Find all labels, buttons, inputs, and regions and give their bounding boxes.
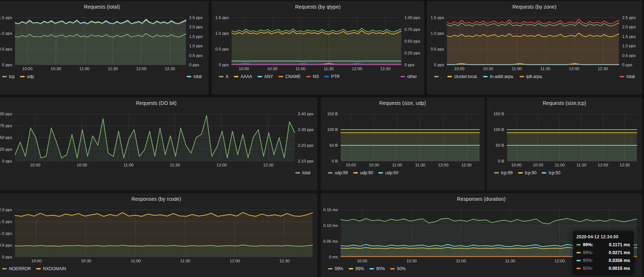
legend-label: udp:99 [335, 170, 348, 175]
legend-item-noerror[interactable]: NOERROR [2, 266, 31, 271]
panel-title[interactable]: Requests (by qtype) [212, 4, 424, 10]
legend-item-cname[interactable]: CNAME [279, 74, 301, 79]
legend-item-a[interactable]: A [219, 74, 228, 79]
y-axis-left-label: 1.5 pps [427, 15, 444, 20]
legend-label: udp [27, 74, 34, 79]
x-axis-label: 11:00 [389, 162, 406, 167]
legend-item-total[interactable]: total [295, 170, 310, 175]
legend-item-total[interactable]: total [187, 74, 202, 79]
legend-item-50-[interactable]: 50% [390, 266, 405, 271]
panel-title[interactable]: Requests (size, udp) [321, 100, 485, 106]
y-axis-left-label: 0.5 pps [0, 243, 12, 248]
legend-item-udp-90[interactable]: udp:90 [353, 170, 373, 175]
x-axis-label: 10:00 [354, 258, 371, 263]
chart-plot[interactable] [507, 114, 637, 161]
legend-label: ip6.arpa. [526, 74, 543, 79]
legend-item-cluster-local-[interactable]: cluster.local. [447, 74, 478, 79]
chart-plot[interactable] [232, 18, 401, 65]
panel-title[interactable]: Requests (size,tcp) [487, 100, 642, 106]
y-axis-left-label: 0.05 ms [321, 239, 338, 244]
x-axis-label: 10:00 [342, 162, 359, 167]
chart-plot[interactable] [15, 18, 186, 65]
chart-plot[interactable] [447, 18, 619, 65]
y-axis-left-label: 2.0 pps [0, 207, 12, 212]
y-axis-right-label: 0.5 pps [189, 53, 203, 58]
legend-item-udp[interactable]: udp [20, 74, 34, 79]
legend-item-tcp-99[interactable]: tcp:99 [494, 170, 513, 175]
y-axis-right-label: 1.5 pps [189, 34, 203, 39]
tooltip-value: 0.0271 ms [609, 250, 630, 255]
legend-item-total[interactable]: total [620, 74, 635, 79]
y-axis-right-label: 1.0 pps [189, 43, 203, 48]
legend: tcpudptotal [2, 74, 202, 79]
panel-requests-total: Requests (total) 1.5 pps1.0 pps0.5 pps0 … [0, 1, 209, 94]
panel-title[interactable]: Requests (total) [0, 4, 209, 10]
x-axis-label: 11:30 [104, 66, 121, 71]
legend-label: A [226, 74, 228, 79]
legend-item-nxdomain[interactable]: NXDOMAIN [36, 266, 66, 271]
legend-item-udp-50[interactable]: udp:50 [378, 170, 398, 175]
legend-swatch [483, 76, 488, 77]
y-axis-left-label: 1.0 pps [427, 31, 444, 36]
chart-plot[interactable] [341, 114, 480, 161]
panel-requests-size-tcp: Requests (size,tcp) 150 B100 B50 B0 B10:… [487, 97, 642, 190]
legend-swatch [378, 172, 383, 174]
legend-item-any[interactable]: ANY [257, 74, 273, 79]
x-axis-label: 10:00 [19, 66, 36, 71]
legend-item--[interactable]: . [434, 74, 442, 79]
x-axis-label: 10:30 [73, 162, 90, 167]
x-axis-label: 12:00 [213, 162, 230, 167]
legend-item-in-addr-arpa-[interactable]: in-addr.arpa. [483, 74, 514, 79]
x-axis-label: 10:30 [47, 66, 64, 71]
legend-item-other[interactable]: other [400, 74, 417, 79]
legend-item-90-[interactable]: 90% [369, 266, 385, 271]
panel-title[interactable]: Responses (by rcode) [0, 196, 318, 202]
legend: NOERRORNXDOMAIN [2, 266, 310, 271]
panel-title[interactable]: Responses (duration) [321, 196, 642, 202]
legend-item-99-[interactable]: 99% [328, 266, 343, 271]
chart-plot[interactable] [15, 114, 295, 161]
y-axis-left-label: 100 B [321, 127, 338, 132]
legend-item-ptr[interactable]: PTR [324, 74, 340, 79]
legend-item-tcp-90[interactable]: tcp:90 [518, 170, 537, 175]
legend-label: tcp:50 [549, 170, 560, 175]
y-axis-left-label: 0 B [487, 159, 504, 164]
legend-item-ns[interactable]: NS [306, 74, 319, 79]
panel-requests-size-udp: Requests (size, udp) 150 B100 B50 B0 B10… [321, 97, 485, 190]
y-axis-left-label: 150 B [321, 111, 338, 116]
legend-item-ip6-arpa-[interactable]: ip6.arpa. [520, 74, 543, 79]
legend-item-99-[interactable]: 99% [349, 266, 364, 271]
y-axis-left-label: 0 pps [0, 254, 12, 259]
legend-item-tcp-50[interactable]: tcp:50 [542, 170, 560, 175]
x-axis-label: 11:00 [551, 162, 568, 167]
y-axis-left-label: 100 B [487, 127, 504, 132]
tooltip-value: 0.0356 ms [609, 258, 630, 263]
legend-swatch [36, 268, 41, 269]
y-axis-right-label: 0 pps [189, 62, 199, 67]
chart-plot[interactable] [15, 210, 313, 257]
x-axis-label: 10:30 [403, 258, 420, 263]
panel-title[interactable]: Requests (DO bit) [0, 100, 318, 106]
legend-label: CNAME [285, 74, 301, 79]
legend-label: 99% [335, 266, 343, 271]
y-axis-right-label: 0 pps [622, 62, 632, 67]
legend-swatch [328, 268, 333, 269]
panel-title[interactable]: Requests (by zone) [427, 4, 642, 10]
legend-swatch [2, 76, 7, 77]
legend-label: tcp [9, 74, 15, 79]
legend-item-tcp[interactable]: tcp [2, 74, 15, 79]
y-axis-right-label: 2.20 pps [298, 143, 314, 148]
tooltip-series-label: 90%: [583, 258, 593, 263]
x-axis-label: 12:30 [458, 162, 475, 167]
y-axis-right-label: 0.5 pps [622, 53, 636, 58]
legend-item-udp-99[interactable]: udp:99 [328, 170, 348, 175]
y-axis-right-label: 2.30 pps [298, 127, 314, 132]
y-axis-left-label: 0.10 ms [321, 223, 338, 228]
legend-swatch [324, 76, 329, 77]
tooltip-series-swatch [576, 260, 581, 261]
y-axis-left-label: 0.15 ms [321, 207, 338, 212]
legend-label: 99% [355, 266, 364, 271]
legend-swatch [234, 76, 239, 77]
x-axis-label: 11:30 [502, 258, 519, 263]
legend-item-aaaa[interactable]: AAAA [234, 74, 252, 79]
